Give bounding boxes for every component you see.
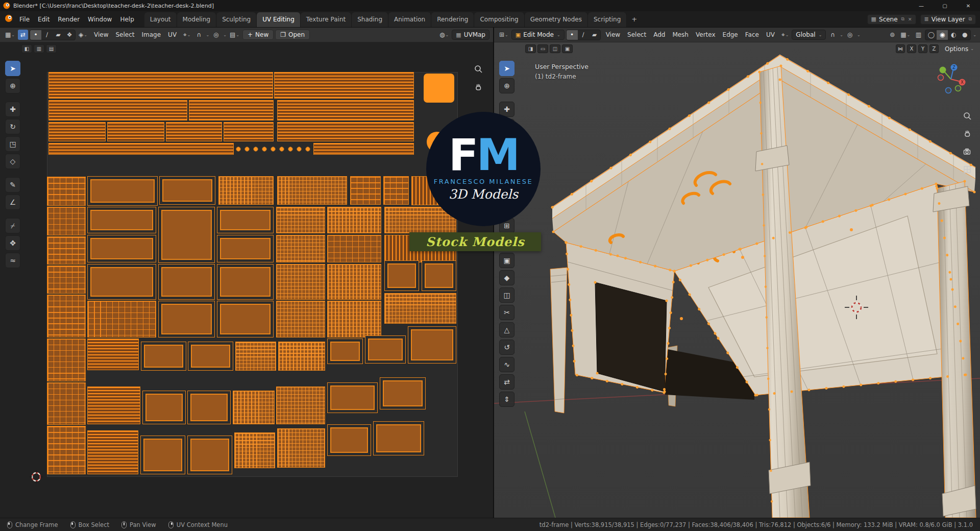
uv-island[interactable] (380, 377, 426, 409)
uv-island[interactable] (313, 143, 414, 155)
app-menu-item[interactable]: File (15, 14, 34, 25)
relax-tool[interactable]: ≈ (5, 253, 20, 268)
uv-island[interactable] (47, 339, 86, 381)
uv-island[interactable] (424, 74, 454, 103)
move-tool[interactable]: ✚ (5, 102, 20, 117)
select-mode-vertex[interactable]: • (567, 30, 578, 40)
uv-proportional-toggle[interactable]: ◎ (211, 30, 221, 40)
uv-snap-dropdown[interactable]: ⌄ (206, 33, 210, 37)
uv-island[interactable] (48, 100, 187, 120)
cursor-tool[interactable]: ⊕ (5, 78, 20, 93)
uv-island[interactable] (87, 339, 139, 370)
uv-island[interactable] (217, 264, 274, 300)
uv-island[interactable] (217, 207, 274, 233)
uv-island[interactable] (48, 122, 106, 141)
workspace-tab[interactable]: Scripting (588, 12, 627, 27)
uv-island[interactable] (218, 176, 274, 205)
uv-island[interactable] (276, 264, 325, 300)
viewport-menu-item[interactable]: UV (763, 30, 778, 40)
uv-island[interactable] (327, 339, 363, 364)
uv-island[interactable] (350, 176, 381, 205)
proportional-edit-toggle[interactable]: ◎ (845, 30, 855, 40)
tweak-tool[interactable]: ➤ (5, 61, 20, 76)
uv-island[interactable] (274, 72, 414, 99)
scale-tool[interactable]: ◳ (5, 136, 20, 152)
spin-tool[interactable]: ↺ (499, 340, 514, 355)
uv-image-browse-icon[interactable]: ▤⌄ (228, 30, 241, 40)
uv-island[interactable] (384, 260, 419, 291)
uv-menu-item[interactable]: View (90, 30, 112, 40)
shading-solid[interactable]: ◉ (937, 30, 948, 40)
cursor-tool[interactable]: ⊕ (499, 78, 514, 93)
snap-toggle[interactable]: ∩ (827, 30, 838, 40)
uv-island[interactable] (233, 391, 275, 424)
uv-editor-type-icon[interactable]: ▦⌄ (4, 30, 16, 40)
uv-overlay-toggle-3[interactable]: ▤ (46, 44, 57, 53)
workspace-tab[interactable]: Modeling (177, 12, 217, 27)
transform-tool[interactable]: ◇ (5, 154, 20, 169)
uv-proportional-dropdown[interactable]: ⌄ (223, 33, 227, 37)
app-menu-item[interactable]: Render (54, 14, 84, 25)
navigation-gizmo[interactable]: X Z (935, 63, 967, 98)
uv-island[interactable] (141, 342, 186, 371)
viewport-menu-item[interactable]: Select (624, 30, 650, 40)
maximize-button[interactable]: ▢ (933, 0, 957, 11)
viewport-canvas[interactable]: ◨▭◫▣ User Perspective (1) td2-frame ⋈ X … (494, 42, 980, 518)
viewport-pan-hand-icon[interactable] (961, 128, 973, 140)
workspace-tab[interactable]: Layout (144, 12, 177, 27)
uv-pan-hand-icon[interactable] (472, 81, 484, 93)
uv-island[interactable] (159, 176, 215, 205)
uv-island[interactable] (158, 207, 215, 263)
uv-island[interactable] (224, 122, 274, 141)
viewport-ortho-grid-icon[interactable] (961, 163, 973, 176)
uv-island[interactable] (158, 264, 215, 300)
uv-select-vertex[interactable]: • (30, 30, 41, 40)
uv-menu-item[interactable]: UV (164, 30, 180, 40)
workspace-tab[interactable]: Animation (388, 12, 431, 27)
uv-select-face[interactable]: ▰ (53, 30, 64, 40)
mode-dropdown[interactable]: ▣ Edit Mode ⌄ (511, 30, 565, 40)
uv-display-sphere-dropdown[interactable]: ◍⌄ (438, 30, 450, 40)
uv-island[interactable] (217, 301, 274, 337)
uv-island[interactable] (142, 391, 186, 424)
add-workspace-button[interactable]: + (627, 13, 642, 26)
uv-island[interactable] (365, 335, 406, 364)
uv-island[interactable] (383, 176, 409, 205)
viewport-editor-type-icon[interactable]: ⊞⌄ (498, 30, 510, 40)
uv-island[interactable] (87, 176, 158, 206)
uv-island[interactable] (327, 382, 378, 413)
uv-island[interactable] (47, 295, 86, 337)
uv-island[interactable] (158, 301, 215, 337)
new-image-button[interactable]: +New (242, 30, 274, 40)
options-dropdown[interactable]: Options⌄ (945, 45, 974, 53)
close-button[interactable]: ✕ (957, 0, 980, 11)
mirror-y-toggle[interactable]: Y (918, 44, 927, 53)
mirror-z-toggle[interactable]: Z (929, 44, 939, 53)
vp-toggle-1[interactable]: ◨ (525, 44, 536, 53)
select-mode-face[interactable]: ▰ (589, 30, 600, 40)
shading-material[interactable]: ◐ (948, 30, 959, 40)
inset-tool[interactable]: ▣ (499, 253, 514, 268)
uv-sticky-select-dropdown[interactable]: ◈⌄ (77, 30, 89, 40)
uv-menu-item[interactable]: Select (112, 30, 138, 40)
proportional-dropdown[interactable]: ⌄ (857, 33, 861, 37)
scene-selector[interactable]: ▦ Scene ⧉ ✕ (867, 14, 916, 25)
uv-island[interactable] (327, 424, 371, 456)
scene-copy-icon[interactable]: ⧉ (901, 16, 904, 22)
overlays-dropdown[interactable]: ▦⌄ (899, 30, 912, 40)
uv-island[interactable] (235, 342, 276, 371)
uv-island[interactable] (277, 122, 414, 141)
annotate-tool[interactable]: ✎ (5, 177, 20, 192)
uv-island[interactable] (47, 266, 86, 294)
uv-select-island[interactable]: ❖ (64, 30, 75, 40)
minimize-button[interactable]: — (910, 0, 933, 11)
uv-island[interactable] (234, 432, 275, 468)
workspace-tab[interactable]: Compositing (474, 12, 524, 27)
view-layer-copy-icon[interactable]: ⧉ (969, 16, 972, 22)
uv-island[interactable] (373, 421, 424, 455)
uv-island[interactable] (107, 122, 164, 141)
uv-island[interactable] (188, 342, 233, 371)
uv-island[interactable] (48, 143, 234, 155)
uv-overlay-toggle-2[interactable]: ▥ (34, 44, 44, 53)
uv-island[interactable] (278, 342, 325, 371)
